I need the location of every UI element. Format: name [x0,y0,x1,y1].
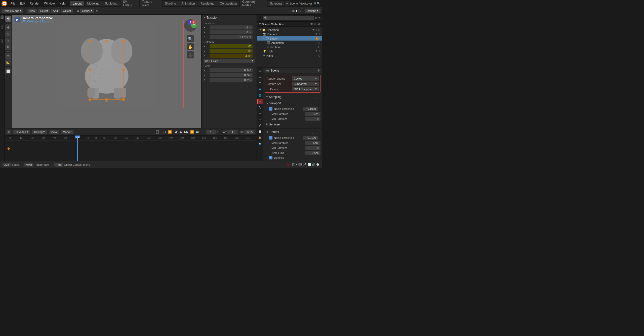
prop-tab-world[interactable]: 🌐 [257,93,263,98]
timeline-editor-icon[interactable]: ⏱ [7,130,11,134]
collection-render-icon[interactable]: ◎ [318,28,320,31]
tab-geometry-nodes[interactable]: Geometry Nodes [240,0,267,8]
playback-menu[interactable]: Playback ▾ [13,130,30,134]
move-tool[interactable]: ⊕ [5,24,11,30]
scene-options-icon[interactable]: ⚙ [317,69,320,72]
play-btn[interactable]: ▶ [179,130,183,134]
timeline-content[interactable]: 0 10 20 30 40 50 60 70 75 80 90 100 110 … [5,136,257,161]
tab-compositing[interactable]: Compositing [217,1,239,6]
prop-tab-particles[interactable]: ✦ [257,111,263,116]
scale-y-value[interactable]: 0.246 [210,73,253,77]
zoom-btn[interactable]: 🔍 [187,35,194,42]
rotation-y-value[interactable]: 0° [210,49,253,53]
rotation-x-value[interactable]: 0° [210,44,253,48]
outliner-search[interactable]: 🔍 [263,16,314,20]
jump-next-keyframe-btn[interactable]: ⏩ [190,130,194,134]
scale-x-copy-icon[interactable]: ↕ [253,69,255,72]
render-sub-menu-icon[interactable]: ⋮⋮ [311,130,318,134]
step-forward-btn[interactable]: ▶▶ [184,130,189,134]
render-min-samples-value[interactable]: 0 [305,146,320,150]
device-select[interactable]: GPU Compute ▾ [292,87,319,91]
global-transform[interactable]: Global ▾ [80,9,94,13]
outliner-filter-icon[interactable]: ⊞ [315,16,317,20]
denoise-viewport-header[interactable]: Denoise [266,121,320,127]
x-axis-gizmo[interactable]: X [191,20,196,24]
transform-tool[interactable]: ⊞ [5,44,11,50]
pan-btn[interactable]: ✋ [187,43,194,50]
mode-selector[interactable]: Object Mode ▾ [2,9,23,13]
location-z-copy-icon[interactable]: ↕ [253,36,255,39]
scale-z-copy-icon[interactable]: ↕ [253,79,255,81]
sampling-menu-icon[interactable]: ⋮⋮ [312,95,319,99]
prop-tab-material[interactable]: 🎨 [257,135,263,141]
location-y-value[interactable]: 0 m [210,30,253,34]
add-cube-tool[interactable]: ⬜ [5,68,11,74]
tab-animation[interactable]: Animation [179,1,197,6]
eye-icon-collection[interactable]: 👁 [310,22,313,26]
location-x-value[interactable]: 0 m [210,25,253,29]
render-max-samples-value[interactable]: 4096 [305,141,320,145]
options-button[interactable]: Options ▾ [305,9,320,13]
scale-x-value[interactable]: 0.246 [210,68,253,72]
measure-tool[interactable]: 📐 [5,59,11,65]
menu-window[interactable]: Window [42,1,57,6]
rotation-z-copy-icon[interactable]: ↕ [253,55,255,57]
tree-item-plane[interactable]: ▽ Plane ⬡ [257,53,322,58]
tab-scripting[interactable]: Scripting [267,1,284,6]
prop-tab-physics[interactable]: ⚛ [257,117,263,122]
prop-tab-data[interactable]: 📊 [257,129,263,135]
menu-edit[interactable]: Edit [18,1,27,6]
tree-item-empty[interactable]: ◯ Empty ▪ 👁 [257,36,322,41]
tree-item-elephant[interactable]: ▽ elephant ⬡ [257,45,322,49]
tab-uv-editing[interactable]: UV Editing [120,0,139,8]
annotate-tool[interactable]: ✏ [5,53,11,59]
tab-sculpting[interactable]: Sculpting [102,1,120,6]
scale-z-value[interactable]: 0.246 [210,78,253,82]
prop-tab-constraints[interactable]: 🔗 [257,123,263,128]
transform-header[interactable]: Transform [202,15,257,21]
tab-texture-paint[interactable]: Texture Paint [140,0,162,8]
rotation-y-copy-icon[interactable]: ↕ [253,50,255,53]
viewport-3d[interactable]: ▶ Camera Perspective (75) Collection | E… [12,15,201,128]
prop-tab-view-layer[interactable]: ☰ [257,81,263,86]
location-y-copy-icon[interactable]: ↕ [253,31,255,34]
tree-item-camera[interactable]: 📷 Camera 👁 ⊙ [257,32,322,36]
prop-tab-shader[interactable]: 🌊 [257,141,263,147]
prop-tab-scene[interactable]: 🔷 [257,87,263,92]
tab-layout[interactable]: Layout [70,1,84,6]
keying-menu[interactable]: Keying ▾ [32,130,47,134]
light-viewport-icon[interactable]: ⊙ [318,50,320,53]
collection-eye-icon[interactable]: 👁 [312,28,315,31]
cursor-tool[interactable]: ✛ [5,16,11,22]
tab-shading[interactable]: Shading [163,1,179,6]
light-eye-icon[interactable]: 👁 [315,50,318,53]
max-samples-value[interactable]: 1024 [305,112,320,116]
min-samples-value[interactable]: 0 [305,117,320,121]
render-engine-select[interactable]: Cycles ▾ [292,76,319,81]
menu-file[interactable]: File [9,1,17,6]
outliner-options-icon[interactable]: ▾ [318,16,320,20]
jump-end-btn[interactable]: ⏭ [195,130,200,134]
prop-tab-object[interactable]: 📷 [257,99,263,104]
render-denoise-checkbox[interactable]: ✓ [269,156,272,159]
render-noise-threshold-value[interactable]: 0.0100 [303,136,318,140]
tab-modeling[interactable]: Modeling [85,1,102,6]
viewport-solid-icon[interactable]: ● [296,9,297,13]
view-tab[interactable]: View [1,35,4,47]
timeline-view-menu[interactable]: View [49,130,59,134]
add-menu[interactable]: Add [51,9,60,13]
noise-threshold-value[interactable]: 0.1000 [303,107,318,111]
render-icon-collection[interactable]: ◎ [317,22,320,26]
tree-item-animation[interactable]: 🎬 Animation ⬡ [257,41,322,45]
object-menu[interactable]: Object [61,9,73,13]
pivot-icon[interactable]: ⊗ [96,9,99,13]
empty-eye-icon[interactable]: 👁 [318,37,320,40]
rotation-x-copy-icon[interactable]: ↕ [253,45,255,48]
camera-eye-icon[interactable]: 👁 [315,33,318,36]
location-z-value[interactable]: 0.4756 m [210,35,253,39]
menu-render[interactable]: Render [28,1,42,6]
current-frame-input[interactable]: 75 [206,130,216,134]
tab-rendering[interactable]: Rendering [198,1,217,6]
viewport-icon-collection[interactable]: ⊙ [314,22,316,26]
rotation-mode-select[interactable]: XYZ Euler ▾ [204,59,255,63]
